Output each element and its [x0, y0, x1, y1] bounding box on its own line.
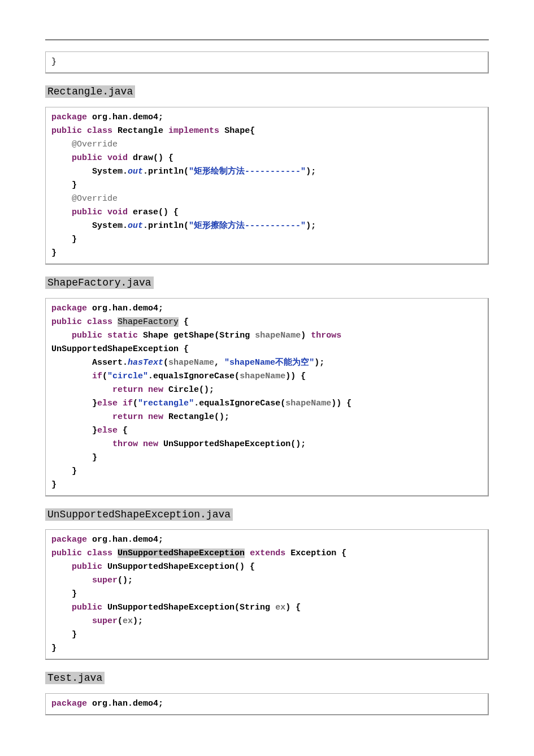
code-block-shapefactory: package org.han.demo4; public class Shap…: [45, 298, 489, 496]
heading-label: Rectangle.java: [45, 85, 135, 98]
code-block-test: package org.han.demo4;: [45, 693, 489, 715]
code-block-unsupported: package org.han.demo4; public class UnSu…: [45, 529, 489, 660]
heading-label: UnSupportedShapeException.java: [45, 508, 233, 521]
heading-shapefactory: ShapeFactory.java: [45, 275, 489, 291]
heading-label: ShapeFactory.java: [45, 277, 154, 289]
code-text: }: [51, 57, 57, 67]
heading-rectangle: Rectangle.java: [45, 84, 489, 100]
code-block-rectangle: package org.han.demo4; public class Rect…: [45, 107, 489, 265]
top-divider: [45, 40, 489, 40]
code-block-top: }: [45, 51, 489, 74]
heading-unsupported: UnSupportedShapeException.java: [45, 507, 489, 523]
heading-test: Test.java: [45, 670, 489, 686]
heading-label: Test.java: [45, 672, 105, 684]
